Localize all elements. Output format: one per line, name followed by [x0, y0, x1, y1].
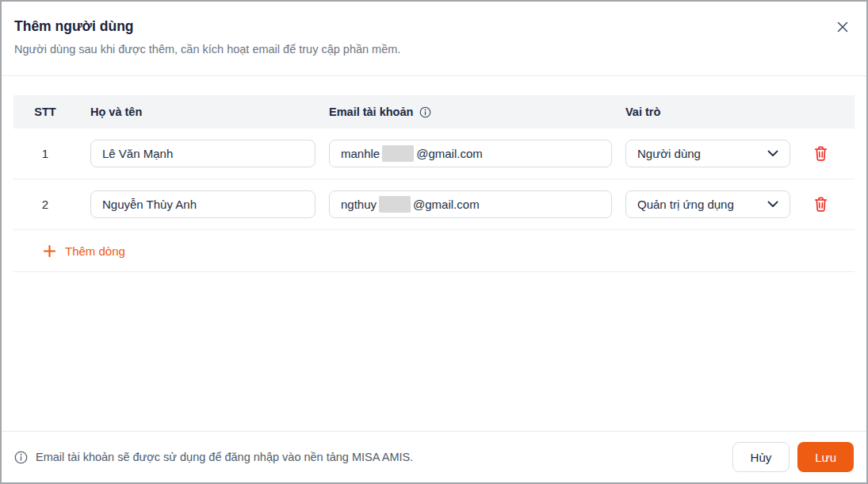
redacted-email-segment	[382, 145, 414, 162]
add-user-dialog: { "dialog": { "title": "Thêm người dùng"…	[0, 0, 868, 484]
save-button[interactable]: Lưu	[797, 442, 854, 472]
column-header-email: Email tài khoản	[329, 106, 612, 118]
add-row-button[interactable]: Thêm dòng	[13, 230, 855, 272]
role-select[interactable]: Người dùng	[625, 140, 790, 167]
footer-note: Email tài khoản sẽ được sử dụng để đăng …	[14, 451, 413, 464]
cancel-button[interactable]: Hủy	[732, 442, 790, 472]
name-input[interactable]	[90, 190, 315, 218]
email-input[interactable]: ngthuy@gmail.com	[329, 190, 612, 218]
table-row: 2 ngthuy@gmail.com Quản trị ứng dụng	[13, 179, 855, 230]
email-prefix: manhle	[341, 147, 380, 160]
trash-icon	[813, 196, 828, 213]
role-select-value: Người dùng	[637, 147, 701, 160]
user-table: STT Họ và tên Email tài khoản Vai trò 1 …	[13, 95, 855, 272]
close-icon	[836, 21, 849, 33]
email-input[interactable]: manhle@gmail.com	[329, 140, 612, 167]
column-header-name: Họ và tên	[90, 106, 315, 118]
column-header-stt: STT	[13, 106, 77, 118]
email-suffix: @gmail.com	[413, 198, 480, 211]
table-row: 1 manhle@gmail.com Người dùng	[13, 129, 855, 179]
info-circle-icon	[14, 451, 28, 464]
delete-row-button[interactable]	[812, 144, 830, 163]
redacted-email-segment	[379, 196, 411, 213]
table-header-row: STT Họ và tên Email tài khoản Vai trò	[13, 95, 855, 129]
plus-icon	[44, 245, 55, 257]
chevron-down-icon	[767, 150, 778, 157]
column-header-email-label: Email tài khoản	[329, 106, 413, 118]
footer-actions: Hủy Lưu	[732, 442, 854, 472]
column-header-role: Vai trò	[625, 106, 790, 118]
role-select-value: Quản trị ứng dụng	[637, 198, 734, 211]
header-divider	[2, 75, 866, 76]
name-input[interactable]	[90, 140, 315, 167]
footer-note-text: Email tài khoản sẽ được sử dụng để đăng …	[36, 451, 413, 463]
dialog-subtitle: Người dùng sau khi được thêm, cần kích h…	[14, 43, 854, 56]
dialog-header: Thêm người dùng Người dùng sau khi được …	[2, 2, 866, 56]
row-index: 1	[13, 147, 77, 160]
add-row-label: Thêm dòng	[65, 244, 125, 258]
delete-row-button[interactable]	[812, 194, 830, 214]
info-circle-icon[interactable]	[419, 106, 431, 118]
role-select[interactable]: Quản trị ứng dụng	[625, 190, 790, 218]
email-prefix: ngthuy	[341, 198, 377, 211]
chevron-down-icon	[767, 201, 778, 208]
close-button[interactable]	[835, 19, 851, 35]
email-suffix: @gmail.com	[416, 147, 483, 160]
trash-icon	[813, 145, 828, 162]
dialog-footer: Email tài khoản sẽ được sử dụng để đăng …	[2, 431, 866, 482]
row-index: 2	[13, 198, 77, 211]
page-title: Thêm người dùng	[14, 17, 854, 35]
